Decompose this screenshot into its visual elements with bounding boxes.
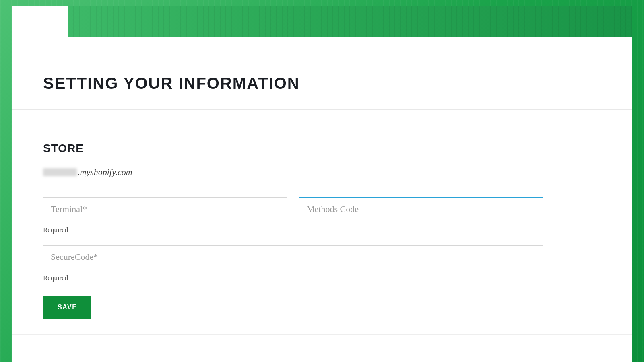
page-title: SETTING YOUR INFORMATION	[43, 37, 601, 109]
store-subdomain-redacted	[43, 168, 77, 176]
page-card: SETTING YOUR INFORMATION STORE .myshopif…	[12, 6, 632, 362]
header-divider	[12, 109, 632, 110]
methods-code-field	[299, 197, 543, 234]
save-button[interactable]: SAVE	[43, 296, 91, 319]
store-domain: .myshopify.com	[43, 167, 601, 177]
store-section-title: STORE	[43, 142, 601, 155]
top-banner	[68, 6, 632, 37]
terminal-helper: Required	[43, 226, 287, 234]
secure-code-field: Required	[43, 245, 543, 282]
terminal-field: Required	[43, 197, 287, 234]
secure-code-helper: Required	[43, 274, 543, 282]
form-grid: Required Required	[43, 197, 543, 282]
methods-code-input[interactable]	[299, 197, 543, 220]
content-area: SETTING YOUR INFORMATION STORE .myshopif…	[12, 37, 632, 362]
store-domain-suffix: .myshopify.com	[78, 167, 132, 177]
secure-code-input[interactable]	[43, 245, 543, 268]
section-bottom-divider	[12, 334, 632, 335]
form-actions: SAVE	[43, 296, 601, 319]
terminal-input[interactable]	[43, 197, 287, 220]
